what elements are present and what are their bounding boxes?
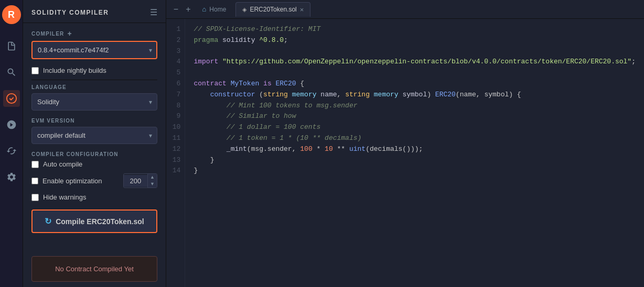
sidebar-panel: SOLIDITY COMPILER ☰ COMPILER + 0.8.4+com… bbox=[23, 0, 166, 287]
optimization-number-wrapper: ▲ ▼ bbox=[123, 173, 157, 188]
sidebar-item-compiler[interactable] bbox=[3, 90, 20, 107]
editor-topbar: − + ⌂ Home ◈ ERC20Token.sol × bbox=[166, 0, 644, 19]
line-5: 5 bbox=[173, 68, 181, 79]
include-nightly-label: Include nightly builds bbox=[43, 67, 106, 74]
line-4: 4 bbox=[173, 57, 181, 68]
optimization-row: Enable optimization ▲ ▼ bbox=[31, 173, 157, 188]
line-numbers: 1 2 3 4 5 6 7 8 9 10 11 12 13 14 bbox=[166, 19, 186, 287]
sidebar-title: SOLIDITY COMPILER bbox=[31, 9, 109, 16]
tab-home-label: Home bbox=[209, 6, 226, 13]
line-11: 11 bbox=[173, 133, 181, 144]
compiler-section-label: COMPILER + bbox=[31, 29, 157, 38]
compile-icon: ↻ bbox=[45, 216, 51, 226]
evm-section-label: EVM VERSION bbox=[31, 118, 157, 124]
evm-select[interactable]: compiler default bbox=[31, 127, 157, 144]
no-contract-box: No Contract Compiled Yet bbox=[31, 256, 157, 282]
evm-select-wrapper: compiler default ▾ bbox=[31, 127, 157, 144]
code-editor[interactable]: 1 2 3 4 5 6 7 8 9 10 11 12 13 14 // SPDX… bbox=[166, 19, 644, 287]
line-10: 10 bbox=[173, 122, 181, 133]
divider-1 bbox=[31, 80, 157, 80]
auto-compile-row: Auto compile bbox=[31, 160, 157, 168]
version-select[interactable]: 0.8.4+commit.c7e474f2 bbox=[31, 41, 157, 59]
compiler-plus-icon[interactable]: + bbox=[67, 29, 72, 38]
sidebar-menu-icon[interactable]: ☰ bbox=[150, 7, 157, 17]
line-7: 7 bbox=[173, 90, 181, 101]
code-content[interactable]: // SPDX-License-Identifier: MIT pragma s… bbox=[185, 19, 644, 287]
compile-button-label: Compile ERC20Token.sol bbox=[56, 217, 144, 226]
sidebar-item-deploy[interactable] bbox=[3, 116, 20, 133]
line-14: 14 bbox=[173, 165, 181, 176]
enable-optimization-checkbox[interactable] bbox=[31, 178, 38, 184]
version-selector-wrapper: 0.8.4+commit.c7e474f2 ▾ bbox=[31, 41, 157, 59]
sidebar-item-search[interactable] bbox=[3, 64, 20, 81]
include-nightly-checkbox[interactable] bbox=[31, 67, 39, 74]
hide-warnings-row: Hide warnings bbox=[31, 193, 157, 201]
config-section-label: COMPILER CONFIGURATION bbox=[31, 151, 157, 157]
include-nightly-row: Include nightly builds bbox=[31, 67, 157, 74]
auto-compile-checkbox[interactable] bbox=[31, 161, 39, 168]
optimization-arrows: ▲ ▼ bbox=[147, 174, 157, 187]
line-12: 12 bbox=[173, 144, 181, 155]
language-section-label: LANGUAGE bbox=[31, 84, 157, 90]
svg-point-0 bbox=[6, 94, 16, 103]
line-3: 3 bbox=[173, 46, 181, 57]
zoom-in-btn[interactable]: + bbox=[184, 4, 192, 15]
tab-home[interactable]: ⌂ Home bbox=[196, 2, 233, 16]
language-select[interactable]: Solidity bbox=[31, 93, 157, 111]
home-tab-icon: ⌂ bbox=[202, 5, 207, 13]
sol-file-icon: ◈ bbox=[242, 6, 246, 13]
zoom-out-btn[interactable]: − bbox=[171, 4, 180, 15]
editor-area: − + ⌂ Home ◈ ERC20Token.sol × 1 2 3 4 5 … bbox=[166, 0, 644, 287]
line-13: 13 bbox=[173, 155, 181, 166]
tab-erc20token-label: ERC20Token.sol bbox=[250, 6, 296, 13]
compile-button[interactable]: ↻ Compile ERC20Token.sol bbox=[31, 209, 157, 233]
line-2: 2 bbox=[173, 35, 181, 46]
language-select-wrapper: Solidity ▾ bbox=[31, 93, 157, 111]
sidebar-header: SOLIDITY COMPILER ☰ bbox=[23, 0, 166, 23]
tab-close-icon[interactable]: × bbox=[300, 6, 304, 14]
logo: R bbox=[2, 5, 21, 24]
line-8: 8 bbox=[173, 101, 181, 112]
auto-compile-label: Auto compile bbox=[43, 160, 82, 168]
sidebar-item-settings[interactable] bbox=[3, 169, 20, 185]
sidebar-item-debug[interactable] bbox=[3, 142, 20, 159]
line-9: 9 bbox=[173, 111, 181, 122]
optimization-label: Enable optimization bbox=[31, 177, 119, 185]
sidebar-content: COMPILER + 0.8.4+commit.c7e474f2 ▾ Inclu… bbox=[23, 23, 166, 248]
sidebar-item-files[interactable] bbox=[3, 38, 20, 54]
line-1: 1 bbox=[173, 24, 181, 35]
tab-erc20token[interactable]: ◈ ERC20Token.sol × bbox=[235, 2, 310, 17]
optimization-increment-btn[interactable]: ▲ bbox=[148, 174, 157, 181]
no-contract-label: No Contract Compiled Yet bbox=[55, 265, 134, 273]
icon-bar: R bbox=[0, 0, 23, 287]
optimization-decrement-btn[interactable]: ▼ bbox=[148, 181, 157, 187]
line-6: 6 bbox=[173, 79, 181, 90]
optimization-value-input[interactable] bbox=[124, 175, 147, 187]
hide-warnings-checkbox[interactable] bbox=[31, 194, 39, 201]
hide-warnings-label: Hide warnings bbox=[43, 193, 86, 201]
